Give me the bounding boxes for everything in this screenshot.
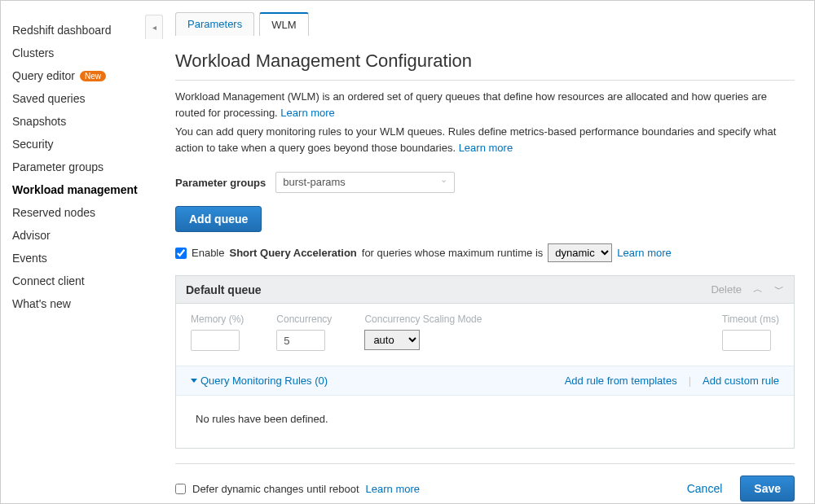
tab-parameters[interactable]: Parameters xyxy=(175,12,254,36)
qmr-bar: Query Monitoring Rules (0) Add rule from… xyxy=(176,366,794,396)
memory-label: Memory (%) xyxy=(191,313,244,325)
sidebar-item-redshift-dashboard[interactable]: Redshift dashboard xyxy=(12,19,146,42)
sidebar-item-label: What's new xyxy=(12,297,71,310)
sidebar-item-label: Parameter groups xyxy=(12,160,104,173)
sidebar-item-connect-client[interactable]: Connect client xyxy=(12,270,146,292)
qmr-empty-text: No rules have been defined. xyxy=(176,396,794,448)
description-1: Workload Management (WLM) is an ordered … xyxy=(175,89,795,121)
parameter-group-value: burst-params xyxy=(283,176,346,188)
sidebar-item-reserved-nodes[interactable]: Reserved nodes xyxy=(12,201,146,224)
tab-wlm[interactable]: WLM xyxy=(259,12,308,36)
sidebar-item-label: Security xyxy=(12,138,54,151)
concurrency-field: Concurrency xyxy=(276,313,332,351)
learn-more-link[interactable]: Learn more xyxy=(366,483,420,495)
timeout-input[interactable] xyxy=(722,330,771,351)
footer-row: Defer dynamic changes until reboot Learn… xyxy=(175,463,795,502)
sidebar-item-clusters[interactable]: Clusters xyxy=(12,42,146,64)
divider xyxy=(175,80,795,81)
timeout-label: Timeout (ms) xyxy=(722,313,779,325)
defer-label: Defer dynamic changes until reboot xyxy=(192,483,359,495)
new-badge: New xyxy=(80,71,106,81)
defer-checkbox[interactable] xyxy=(175,484,186,494)
parameter-group-label: Parameter groups xyxy=(175,177,266,189)
sidebar-item-whats-new[interactable]: What's new xyxy=(12,292,146,315)
sidebar-item-events[interactable]: Events xyxy=(12,247,146,270)
cancel-button[interactable]: Cancel xyxy=(677,476,733,501)
description-1-text: Workload Management (WLM) is an ordered … xyxy=(175,90,767,119)
queue-header: Default queue Delete ︿ ﹀ xyxy=(176,276,794,304)
sqa-runtime-select[interactable]: dynamic xyxy=(548,243,612,262)
qmr-toggle[interactable]: Query Monitoring Rules (0) xyxy=(191,375,328,387)
memory-input[interactable] xyxy=(191,330,240,351)
tabs: Parameters WLM xyxy=(175,12,795,36)
save-button[interactable]: Save xyxy=(740,476,795,502)
sidebar-item-label: Workload management xyxy=(12,183,138,196)
sidebar-item-label: Clusters xyxy=(12,46,54,59)
parameter-group-row: Parameter groups burst-params xyxy=(175,172,795,193)
sidebar-item-security[interactable]: Security xyxy=(12,133,146,156)
caret-down-icon xyxy=(191,379,197,383)
delete-queue-link[interactable]: Delete xyxy=(711,283,742,296)
divider-pipe: | xyxy=(689,375,691,387)
learn-more-link[interactable]: Learn more xyxy=(617,247,671,259)
sidebar-item-label: Redshift dashboard xyxy=(12,24,111,37)
concurrency-input[interactable] xyxy=(276,330,325,351)
scaling-mode-field: Concurrency Scaling Mode auto xyxy=(364,313,482,350)
timeout-field: Timeout (ms) xyxy=(722,313,779,351)
qmr-actions: Add rule from templates | Add custom rul… xyxy=(565,375,779,387)
sidebar-item-advisor[interactable]: Advisor xyxy=(12,224,146,247)
queue-title: Default queue xyxy=(186,283,711,296)
sidebar: Redshift dashboard Clusters Query editor… xyxy=(1,1,146,503)
sqa-post-text: for queries whose maximum runtime is xyxy=(362,247,544,259)
sidebar-item-snapshots[interactable]: Snapshots xyxy=(12,110,146,133)
sqa-row: Enable Short Query Acceleration for quer… xyxy=(175,243,795,262)
concurrency-label: Concurrency xyxy=(276,313,332,325)
sidebar-item-query-editor[interactable]: Query editorNew xyxy=(12,64,146,87)
chevron-down-icon[interactable]: ﹀ xyxy=(774,283,784,296)
sidebar-item-saved-queries[interactable]: Saved queries xyxy=(12,87,146,110)
add-queue-button[interactable]: Add queue xyxy=(175,206,262,232)
sidebar-item-parameter-groups[interactable]: Parameter groups xyxy=(12,156,146,178)
queue-fields: Memory (%) Concurrency Concurrency Scali… xyxy=(176,304,794,366)
sidebar-item-label: Events xyxy=(12,252,47,265)
learn-more-link[interactable]: Learn more xyxy=(459,142,513,154)
sidebar-item-workload-management[interactable]: Workload management xyxy=(12,178,146,201)
main-content: Parameters WLM Workload Management Confi… xyxy=(146,1,814,503)
add-custom-rule-link[interactable]: Add custom rule xyxy=(703,375,779,387)
sidebar-item-label: Advisor xyxy=(12,229,51,242)
learn-more-link[interactable]: Learn more xyxy=(280,107,334,119)
add-rule-templates-link[interactable]: Add rule from templates xyxy=(565,375,677,387)
sidebar-item-label: Connect client xyxy=(12,274,85,287)
sidebar-item-label: Snapshots xyxy=(12,115,66,128)
sqa-checkbox[interactable] xyxy=(175,248,187,259)
chevron-up-icon[interactable]: ︿ xyxy=(753,283,763,296)
sqa-strong-text: Short Query Acceleration xyxy=(229,247,356,259)
qmr-toggle-label: Query Monitoring Rules (0) xyxy=(200,375,328,387)
sidebar-item-label: Reserved nodes xyxy=(12,206,95,219)
sidebar-item-label: Query editor xyxy=(12,69,75,82)
footer-left: Defer dynamic changes until reboot Learn… xyxy=(175,483,420,495)
page-title: Workload Management Configuration xyxy=(175,50,795,72)
description-2: You can add query monitoring rules to yo… xyxy=(175,124,795,156)
queue-panel: Default queue Delete ︿ ﹀ Memory (%) Conc… xyxy=(175,275,795,449)
sidebar-item-label: Saved queries xyxy=(12,92,86,105)
scaling-mode-label: Concurrency Scaling Mode xyxy=(364,313,482,325)
queue-actions: Delete ︿ ﹀ xyxy=(711,283,784,296)
parameter-group-select[interactable]: burst-params xyxy=(275,172,455,193)
footer-right: Cancel Save xyxy=(677,476,795,502)
memory-field: Memory (%) xyxy=(191,313,244,351)
scaling-mode-select[interactable]: auto xyxy=(364,330,420,350)
sqa-pre-text: Enable xyxy=(192,247,224,259)
